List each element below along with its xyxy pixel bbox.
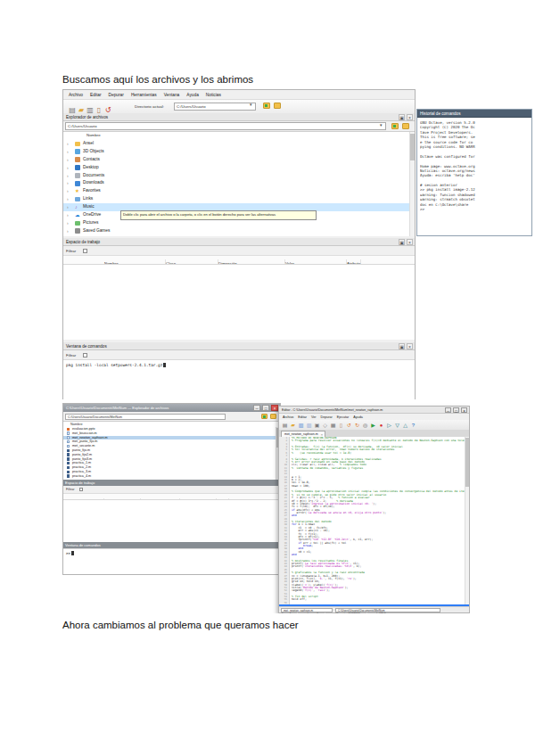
print-icon[interactable]: ▣ bbox=[314, 422, 320, 429]
menu-item[interactable]: Editar bbox=[90, 93, 102, 97]
browse-folder-icon[interactable] bbox=[270, 414, 276, 419]
undock-icon[interactable]: ▣ bbox=[399, 343, 405, 349]
undock-icon[interactable]: ▣ bbox=[399, 114, 405, 120]
tooltip: Doble clic para abrir el archivo o la ca… bbox=[120, 210, 317, 220]
editor-tab[interactable]: met_newton_raphson.m × bbox=[281, 431, 325, 437]
expand-chevron-icon[interactable]: › bbox=[67, 219, 69, 227]
file-name: Music bbox=[83, 203, 95, 211]
redo-icon[interactable]: ↻ bbox=[354, 422, 360, 429]
file-item[interactable]: ›Documents bbox=[63, 172, 410, 180]
browser-path-combobox[interactable]: C:/Users/Usuario/Documents/MetNum bbox=[65, 414, 226, 420]
menu-item[interactable]: Depurar bbox=[320, 415, 332, 419]
expand-chevron-icon[interactable]: › bbox=[67, 203, 69, 211]
maximize-icon[interactable]: □ bbox=[453, 407, 459, 413]
expand-chevron-icon[interactable]: › bbox=[67, 179, 69, 187]
code-segment: , k); bbox=[353, 564, 361, 568]
cut-icon[interactable]: ◇ bbox=[322, 422, 328, 429]
step-in-icon[interactable]: ▽ bbox=[394, 422, 400, 429]
sync-folder-icon[interactable] bbox=[391, 123, 399, 129]
history-line[interactable]: >> bbox=[420, 207, 531, 211]
scrollbar-thumb[interactable] bbox=[465, 438, 469, 487]
current-directory-combobox[interactable]: C:/Users/Usuario bbox=[174, 103, 256, 111]
undo-icon[interactable]: ↺ bbox=[346, 422, 352, 429]
expand-chevron-icon[interactable]: › bbox=[67, 148, 69, 156]
menu-item[interactable]: Ayuda bbox=[353, 415, 362, 419]
expand-chevron-icon[interactable]: › bbox=[67, 211, 69, 219]
close-icon[interactable]: × bbox=[407, 114, 413, 120]
expand-chevron-icon[interactable]: › bbox=[67, 195, 69, 203]
code-area[interactable]: 1%% METODO DE NEWTON-RAPHSON2% Programa … bbox=[279, 437, 465, 604]
new-script-icon[interactable]: ▤ bbox=[282, 422, 288, 429]
editor-scrollbar[interactable] bbox=[465, 437, 469, 604]
filter-checkbox[interactable] bbox=[83, 249, 87, 253]
history-lines: GNU Octave, version 5.2.0Copyright (C) 2… bbox=[420, 120, 531, 234]
close-icon[interactable]: × bbox=[461, 407, 467, 413]
menu-item[interactable]: Ejecutar bbox=[337, 415, 350, 419]
close-icon[interactable]: × bbox=[271, 405, 278, 411]
scrollbar[interactable] bbox=[409, 132, 415, 236]
file-item[interactable]: ›Desktop bbox=[63, 164, 410, 172]
menu-item[interactable]: Herramientas bbox=[131, 93, 157, 97]
file-item[interactable]: ›Saved Games bbox=[63, 227, 410, 235]
file-item[interactable]: ›Pictures bbox=[63, 219, 410, 227]
filter-checkbox[interactable] bbox=[83, 353, 87, 357]
file-item[interactable]: ›Contacts bbox=[63, 156, 410, 164]
chevron-down-icon[interactable]: ▾ bbox=[380, 122, 383, 127]
command-output[interactable]: pkg install -local setpowers-2.4.1.tar.g… bbox=[63, 359, 415, 399]
file-type-icon bbox=[67, 445, 70, 448]
filter-checkbox[interactable] bbox=[79, 488, 83, 491]
maximize-icon[interactable]: □ bbox=[262, 405, 269, 411]
expand-chevron-icon[interactable]: › bbox=[67, 164, 69, 172]
paste-icon[interactable]: ▯ bbox=[338, 422, 344, 429]
menu-item[interactable]: Ayuda bbox=[186, 93, 199, 97]
menu-item[interactable]: Archivo bbox=[69, 93, 83, 97]
browse-folder-icon[interactable] bbox=[274, 103, 281, 109]
close-icon[interactable]: × bbox=[407, 343, 413, 349]
menu-item[interactable]: Ver bbox=[311, 415, 317, 419]
file-item[interactable]: ›Ansel bbox=[63, 140, 410, 148]
save-as-icon[interactable]: ▥ bbox=[306, 422, 312, 429]
browser-path-combobox[interactable]: C:/Users/Usuario bbox=[65, 122, 386, 130]
breakpoint-icon[interactable]: ● bbox=[378, 422, 384, 429]
file-item[interactable]: ›Links bbox=[63, 195, 410, 203]
minimize-icon[interactable]: ─ bbox=[445, 407, 451, 413]
run-file-icon[interactable]: ▶ bbox=[370, 422, 376, 429]
find-icon[interactable]: ◎ bbox=[362, 422, 368, 429]
save-icon[interactable]: ▥ bbox=[298, 422, 304, 429]
command-window-title: Ventana de comandos bbox=[63, 542, 280, 548]
file-item[interactable]: ›Downloads bbox=[63, 179, 410, 187]
folder-up-icon[interactable] bbox=[263, 103, 270, 109]
menu-item[interactable]: Depurar bbox=[109, 93, 124, 97]
expand-chevron-icon[interactable]: › bbox=[67, 156, 69, 164]
code-segment: ); bbox=[373, 502, 376, 505]
workspace-panel: Espacio de trabajo ▣ × Filtrar NombreCla… bbox=[63, 238, 415, 340]
undock-icon[interactable]: ▣ bbox=[399, 239, 405, 245]
menu-item[interactable]: Archivo bbox=[283, 415, 293, 419]
step-icon[interactable]: ▷ bbox=[386, 422, 392, 429]
file-item[interactable]: ›★Favorites bbox=[63, 187, 410, 195]
objects-icon bbox=[75, 149, 80, 154]
menu-item[interactable]: Noticias bbox=[206, 93, 221, 97]
expand-chevron-icon[interactable]: › bbox=[67, 227, 69, 235]
expand-chevron-icon[interactable]: › bbox=[67, 172, 69, 180]
copy-icon[interactable]: ▦ bbox=[330, 422, 336, 429]
scrollbar-thumb[interactable] bbox=[410, 134, 415, 160]
expand-chevron-icon[interactable]: › bbox=[67, 187, 69, 195]
expand-chevron-icon[interactable]: › bbox=[67, 140, 69, 148]
menu-item[interactable]: Editar bbox=[298, 415, 307, 419]
help-icon[interactable]: ? bbox=[410, 422, 416, 429]
actions-folder-icon[interactable] bbox=[402, 123, 409, 129]
file-type-icon bbox=[67, 428, 70, 431]
step-out-icon[interactable]: △ bbox=[402, 422, 408, 429]
editor-menu-bar: ArchivoEditarVerDepurarEjecutarAyuda bbox=[279, 414, 469, 420]
file-item[interactable]: ›3D Objects bbox=[63, 148, 410, 156]
command-output[interactable]: >> bbox=[63, 548, 280, 574]
desktop-icon bbox=[75, 165, 80, 170]
minimize-icon[interactable]: ─ bbox=[253, 405, 260, 411]
open-file-icon[interactable]: ▰ bbox=[290, 422, 296, 429]
chevron-down-icon[interactable]: ▾ bbox=[250, 102, 252, 107]
close-icon[interactable]: × bbox=[407, 239, 413, 245]
menu-item[interactable]: Ventana bbox=[164, 93, 180, 97]
file-item[interactable]: practica_4.m bbox=[63, 474, 276, 479]
folder-up-icon[interactable] bbox=[261, 414, 268, 419]
